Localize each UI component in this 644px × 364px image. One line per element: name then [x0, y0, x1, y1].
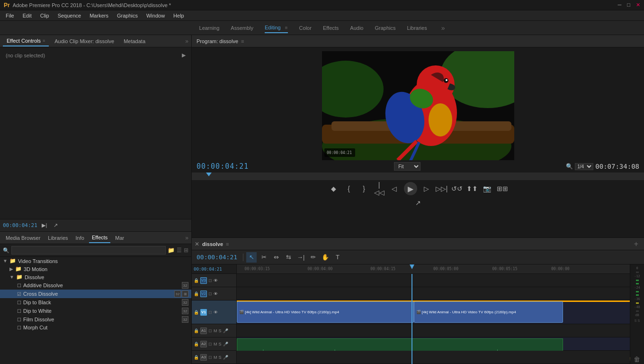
tab-media-browser[interactable]: Media Browser [3, 233, 43, 243]
v3-lock-icon[interactable]: 🔒 [194, 278, 199, 283]
current-timecode[interactable]: 00:00:04:21 [197, 162, 249, 171]
tab-editing[interactable]: Editing ≡ [265, 23, 288, 33]
a1-sync-icon[interactable]: ⊡ [208, 328, 212, 333]
menu-sequence[interactable]: Sequence [54, 12, 85, 19]
track-row-v3[interactable] [237, 274, 630, 287]
tree-3d-motion[interactable]: ▶ 📁 3D Motion [0, 265, 191, 273]
time-ruler[interactable]: 00:00:03:15 00:00:04:00 00:00:04:15 00:0… [237, 264, 630, 274]
v2-lock-icon[interactable]: 🔒 [194, 291, 199, 296]
ec-export-button[interactable]: ↗ [52, 221, 60, 230]
a1-mic-icon[interactable]: 🎤 [223, 328, 228, 333]
tab-mar[interactable]: Mar [112, 233, 127, 243]
v3-type-button[interactable]: V3 [200, 277, 207, 284]
grid-view-icon[interactable]: ⊞ [184, 247, 188, 254]
quality-select[interactable]: 1/4 1/2 Full [575, 163, 593, 170]
tab-effects[interactable]: Effects [323, 23, 339, 33]
new-folder-icon[interactable]: 📁 [168, 247, 175, 254]
slip-tool-button[interactable]: ⇆ [283, 252, 294, 263]
loop-button[interactable]: ↺↺ [451, 183, 463, 194]
tree-dip-to-white[interactable]: ☐ Dip to White 32 [0, 307, 191, 315]
ripple-edit-button[interactable]: ⇔ [271, 252, 281, 263]
list-view-icon[interactable]: ☰ [177, 247, 182, 254]
add-timeline-button[interactable]: + [634, 240, 641, 248]
more-workspaces-icon[interactable]: » [441, 24, 445, 32]
program-monitor-menu-icon[interactable]: ≡ [241, 38, 244, 44]
out-point-button[interactable]: } [358, 183, 370, 194]
goto-out-button[interactable]: ▷▷| [436, 183, 447, 194]
export-button[interactable]: ↗ [412, 197, 424, 209]
a3-sync-icon[interactable]: ⊡ [208, 355, 212, 360]
tab-metadata[interactable]: Metadata [120, 36, 149, 46]
v2-sync-icon[interactable]: ⊡ [208, 291, 212, 296]
clip-v1-2[interactable]: 🎬 [4k] Wild Animal - Ultra HD Video TV 6… [414, 301, 563, 323]
tree-dissolve-folder[interactable]: ▼ 📁 Dissolve [0, 273, 191, 281]
window-controls[interactable]: ─ □ ✕ [618, 2, 640, 8]
menu-file[interactable]: File [2, 12, 18, 19]
tree-cross-dissolve[interactable]: ☑ Cross Dissolve 32 ⊞ [0, 290, 191, 298]
a2-s-btn[interactable]: S [219, 342, 222, 346]
tab-effect-controls[interactable]: Effect Controls ≡ [3, 36, 49, 46]
tree-root-video-transitions[interactable]: ▼ 📁 Video Transitions [0, 257, 191, 265]
v1-lock-icon[interactable]: 🔒 [194, 310, 199, 315]
a3-type-button[interactable]: A3 [200, 354, 207, 361]
v3-vis-icon[interactable]: 👁 [214, 278, 218, 283]
a1-s-btn[interactable]: S [219, 328, 222, 333]
track-row-a1[interactable] [237, 324, 630, 337]
a3-mic-icon[interactable]: 🎤 [223, 355, 228, 360]
tab-color[interactable]: Color [299, 23, 312, 33]
pen-tool-button[interactable]: ✏ [308, 252, 318, 263]
select-tool-button[interactable]: ↖ [246, 252, 257, 263]
razor-tool-button[interactable]: ✂ [259, 252, 269, 263]
marker-button[interactable]: ◆ [328, 183, 340, 194]
tree-film-dissolve[interactable]: ☐ Film Dissolve 32 [0, 315, 191, 324]
timeline-close-icon[interactable]: ✕ [195, 241, 199, 247]
menu-clip[interactable]: Clip [36, 12, 53, 19]
track-select-button[interactable]: →| [295, 252, 306, 263]
track-row-v1[interactable]: 🎬 [4k] Wild Animal - Ultra HD Video TV 6… [237, 300, 630, 324]
minimize-button[interactable]: ─ [618, 2, 622, 8]
menu-help[interactable]: Help [170, 12, 188, 19]
maximize-button[interactable]: □ [627, 2, 630, 8]
tab-info[interactable]: Info [73, 233, 87, 243]
a2-sync-icon[interactable]: ⊡ [208, 342, 212, 346]
tree-dip-to-black[interactable]: ☐ Dip to Black 32 [0, 298, 191, 307]
tab-assembly[interactable]: Assembly [231, 23, 253, 33]
tab-audio[interactable]: Audio [350, 23, 363, 33]
v2-type-button[interactable]: V2 [200, 291, 207, 297]
v1-sync-icon[interactable]: ⊡ [208, 310, 212, 315]
track-row-v2[interactable] [237, 287, 630, 300]
close-button[interactable]: ✕ [636, 2, 640, 8]
hand-tool-button[interactable]: ✋ [320, 252, 331, 263]
v1-vis-icon[interactable]: 👁 [214, 310, 218, 315]
tree-additive-dissolve[interactable]: ☐ Additive Dissolve 32 [0, 281, 191, 290]
fit-select[interactable]: Fit 25% 50% 75% 100% [394, 162, 420, 171]
a2-type-button[interactable]: A2 [200, 341, 207, 347]
tab-libraries[interactable]: Libraries [407, 23, 427, 33]
multi-camera-button[interactable]: ⊞⊞ [497, 183, 508, 194]
text-tool-button[interactable]: T [332, 252, 343, 263]
clip-v1-1[interactable]: 🎬 [4k] Wild Animal - Ultra HD Video TV 6… [237, 301, 414, 323]
step-forward-button[interactable]: ▷ [421, 183, 432, 194]
bottom-panel-more-icon[interactable]: » [185, 235, 188, 241]
a1-lock-icon[interactable]: 🔒 [194, 328, 199, 333]
play-button[interactable]: ▶ [404, 182, 417, 195]
v1-type-button[interactable]: V1 [200, 309, 207, 316]
a1-m-btn[interactable]: M [214, 328, 217, 333]
tab-audio-clip-mixer[interactable]: Audio Clip Mixer: dissolve [51, 36, 118, 46]
v2-vis-icon[interactable]: 👁 [214, 291, 218, 296]
ec-set-in-button[interactable]: ▶| [40, 221, 49, 230]
timeline-menu-icon[interactable]: ≡ [226, 241, 229, 247]
v3-sync-icon[interactable]: ⊡ [208, 278, 212, 283]
tab-learning[interactable]: Learning [199, 23, 220, 33]
camera-button[interactable]: 📷 [482, 183, 493, 194]
menu-graphics[interactable]: Graphics [113, 12, 142, 19]
in-point-button[interactable]: { [343, 183, 355, 194]
tree-morph-cut[interactable]: ☐ Morph Cut [0, 324, 191, 331]
a3-m-btn[interactable]: M [214, 355, 217, 360]
menu-edit[interactable]: Edit [19, 12, 36, 19]
lift-button[interactable]: ⬆⬆ [466, 183, 478, 194]
effects-search-input[interactable] [11, 246, 166, 255]
menu-markers[interactable]: Markers [86, 12, 112, 19]
a2-lock-icon[interactable]: 🔒 [194, 342, 199, 346]
track-resize-handle[interactable] [626, 300, 630, 324]
